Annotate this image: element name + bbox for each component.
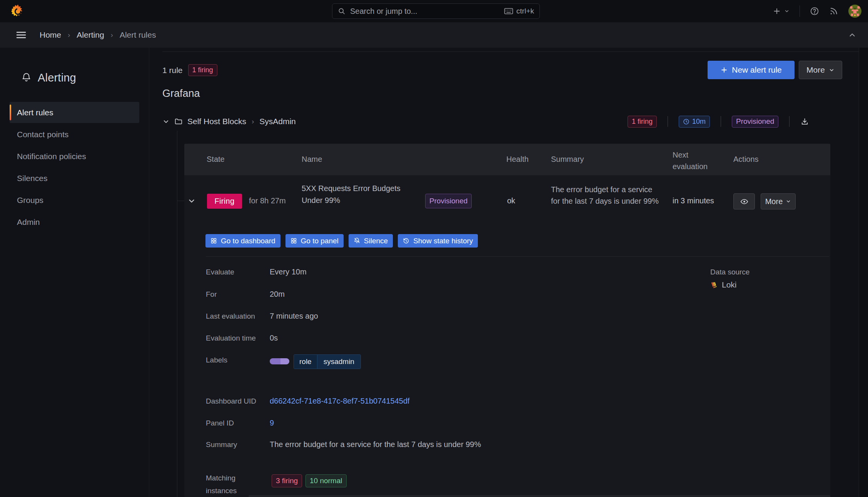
collapse-header-chevron-up-icon[interactable]: [848, 31, 856, 39]
col-summary: Summary: [551, 155, 584, 164]
clock-icon: [683, 118, 689, 125]
sidebar-item-silences[interactable]: Silences: [10, 168, 139, 189]
detail-label-evaluation-time: Evaluation time: [206, 334, 256, 342]
breadcrumb-current: Alert rules: [120, 30, 156, 40]
sidebar-item-contact-points[interactable]: Contact points: [10, 124, 139, 145]
alerting-sidebar: Alerting Alert rules Contact points Noti…: [0, 48, 149, 497]
mega-menu-toggle[interactable]: [16, 31, 26, 39]
detail-label-labels: Labels: [206, 356, 227, 364]
row-more-button[interactable]: More: [761, 193, 796, 209]
sidebar-nav: Alert rules Contact points Notification …: [0, 102, 149, 233]
label-group-pill: [270, 358, 289, 364]
new-menu-button[interactable]: [773, 7, 790, 15]
help-icon[interactable]: [810, 7, 819, 16]
export-download-icon[interactable]: [800, 117, 809, 126]
search-input[interactable]: [350, 7, 499, 16]
group-name-link[interactable]: SysAdmin: [259, 117, 296, 126]
chevron-down-icon: [784, 8, 790, 14]
meta-label-panel-id: Panel ID: [206, 419, 234, 427]
detail-label-evaluate: Evaluate: [206, 268, 234, 276]
rss-icon[interactable]: [829, 7, 838, 16]
label-key: role: [294, 355, 317, 369]
breadcrumb-separator: ›: [68, 31, 70, 39]
search-icon: [338, 7, 346, 15]
user-avatar[interactable]: [848, 5, 861, 18]
plus-icon: [773, 7, 781, 15]
next-evaluation-value: in 3 minutes: [673, 196, 714, 205]
eye-icon: [740, 198, 748, 206]
state-firing-badge: Firing: [207, 194, 242, 209]
matching-firing-badge: 3 firing: [272, 474, 302, 487]
group-folder-link[interactable]: Self Host Blocks: [187, 117, 246, 126]
bell-slash-icon: [354, 238, 360, 244]
instances-table-edge: [249, 495, 830, 497]
detail-value-evaluate: Every 10m: [270, 268, 307, 276]
scrollbar[interactable]: [859, 48, 868, 497]
sidebar-item-alert-rules[interactable]: Alert rules: [10, 102, 139, 123]
detail-label-last-evaluation: Last evaluation: [206, 312, 255, 321]
bell-icon: [21, 73, 32, 83]
breadcrumb-separator: ›: [111, 31, 113, 39]
col-state: State: [207, 155, 225, 164]
group-firing-badge: 1 firing: [628, 116, 657, 128]
view-rule-eye-button[interactable]: [733, 193, 755, 209]
label-value: sysadmin: [317, 355, 361, 369]
shortcut-hint: ctrl+k: [516, 7, 534, 15]
folder-icon: [174, 117, 183, 126]
col-next-evaluation: Next evaluation: [673, 149, 718, 172]
firing-duration: for 8h 27m: [249, 196, 286, 205]
keyboard-icon: [504, 7, 513, 15]
grafana-logo[interactable]: [12, 4, 25, 18]
history-icon: [403, 238, 409, 244]
rule-count: 1 rule: [162, 66, 183, 75]
detail-label-for: For: [206, 290, 217, 299]
panel-id-link[interactable]: 9: [270, 419, 274, 427]
rule-group-header: Self Host Blocks › SysAdmin: [162, 115, 296, 128]
group-provisioned-badge: Provisioned: [732, 116, 778, 128]
summary-cell: The error budget for a service for the l…: [551, 184, 663, 207]
row-provisioned-badge: Provisioned: [425, 194, 472, 208]
rules-table-header: State Name Health Summary Next evaluatio…: [184, 144, 830, 175]
caret-down-icon: [786, 199, 791, 204]
datasource-name: Loki: [722, 280, 737, 289]
top-navbar: ctrl+k: [0, 0, 868, 22]
breadcrumb-alerting[interactable]: Alerting: [77, 30, 104, 40]
sidebar-item-groups[interactable]: Groups: [10, 189, 139, 211]
show-state-history-button[interactable]: Show state history: [398, 234, 478, 248]
dashboard-uid-link[interactable]: d66242cf-71e8-417c-8ef7-51b0741545df: [270, 397, 410, 406]
namespace-heading: Grafana: [162, 88, 200, 100]
rules-table: State Name Health Summary Next evaluatio…: [184, 144, 830, 497]
detail-value-for: 20m: [270, 290, 285, 299]
label-chip: role sysadmin: [294, 354, 361, 369]
matching-instances-label: Matching instances: [206, 472, 254, 497]
breadcrumb-home[interactable]: Home: [40, 30, 61, 40]
loki-icon: [710, 281, 718, 289]
group-interval-badge: 10m: [679, 116, 710, 128]
detail-value-last-evaluation: 7 minutes ago: [270, 312, 318, 321]
go-to-panel-button[interactable]: Go to panel: [285, 234, 344, 248]
toolbar-more-button[interactable]: More: [799, 61, 842, 79]
apps-grid-icon: [210, 238, 217, 244]
plus-icon: [720, 66, 728, 74]
breadcrumb-bar: Home › Alerting › Alert rules: [0, 22, 868, 48]
silence-button[interactable]: Silence: [349, 234, 393, 248]
go-to-dashboard-button[interactable]: Go to dashboard: [205, 234, 280, 248]
global-search[interactable]: ctrl+k: [332, 3, 540, 19]
divider: [800, 5, 800, 17]
matching-normal-badge: 10 normal: [305, 474, 347, 487]
new-alert-rule-button[interactable]: New alert rule: [708, 61, 795, 79]
sidebar-title: Alerting: [21, 71, 76, 84]
col-name: Name: [302, 155, 322, 164]
sidebar-item-admin[interactable]: Admin: [10, 211, 139, 233]
row-collapse-chevron-icon[interactable]: [187, 197, 196, 205]
alert-rules-content: 1 rule 1 firing New alert rule More Graf…: [149, 48, 859, 497]
apps-grid-icon: [290, 238, 297, 244]
firing-count-badge: 1 firing: [188, 64, 217, 76]
detail-value-evaluation-time: 0s: [270, 334, 278, 342]
sidebar-item-notification-policies[interactable]: Notification policies: [10, 146, 139, 167]
rule-name[interactable]: 5XX Requests Error Budgets Under 99%: [302, 183, 406, 206]
health-value: ok: [507, 196, 515, 205]
meta-label-summary: Summary: [206, 440, 237, 449]
datasource-label: Data source: [710, 268, 749, 276]
group-collapse-chevron-icon[interactable]: [162, 118, 170, 125]
